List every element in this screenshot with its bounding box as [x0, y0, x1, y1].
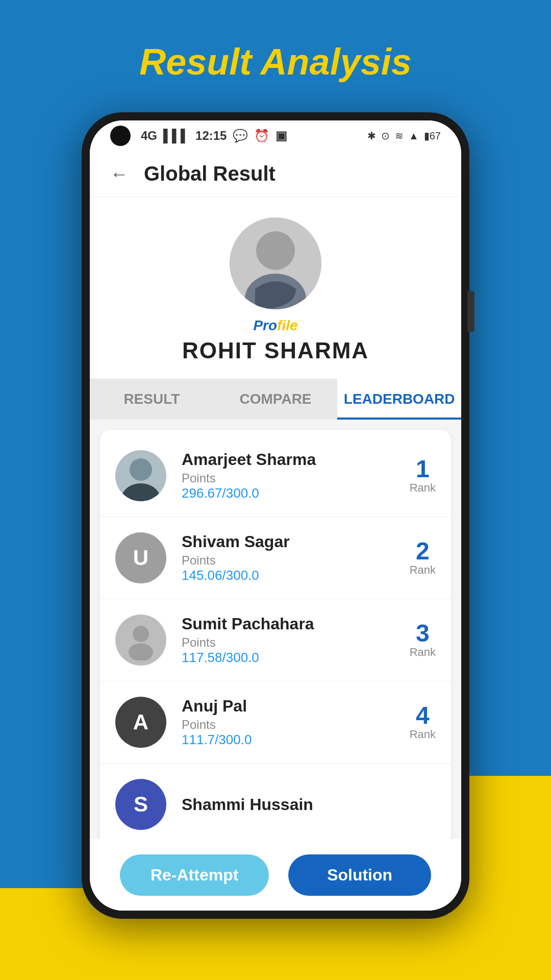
network-indicator: 4G [141, 129, 157, 143]
leaderboard-item: A Anuj Pal Points 111.7/300.0 4 Rank [100, 681, 451, 764]
leaderboard-avatar-4: A [115, 697, 166, 748]
side-button [467, 291, 474, 332]
page-title: Result Analysis [0, 41, 551, 83]
leaderboard-info-1: Amarjeet Sharma Points 296.67/300.0 [182, 450, 410, 501]
status-right: ✱ ⊙ ≋ ▲ ▮67 [367, 130, 441, 142]
leaderboard-points-value-3: 117.58/300.0 [182, 650, 410, 666]
leaderboard-name-5: Shammi Hussain [182, 795, 436, 814]
leaderboard-list: Amarjeet Sharma Points 296.67/300.0 1 Ra… [100, 430, 451, 850]
phone-outer: 4G ▌▌▌ 12:15 💬 ⏰ ▣ ✱ ⊙ ≋ ▲ ▮67 ← G [82, 112, 469, 919]
tab-result[interactable]: RESULT [90, 379, 214, 420]
app-bar-title: Global Result [144, 162, 276, 185]
battery-icon: ▮67 [424, 130, 441, 142]
leaderboard-rank-2: 2 Rank [410, 539, 436, 577]
leaderboard-points-label-3: Points [182, 635, 410, 650]
leaderboard-points-value-4: 111.7/300.0 [182, 732, 410, 748]
leaderboard-avatar-3 [115, 615, 166, 666]
camera-hole [110, 126, 131, 146]
extra-icon: ▣ [276, 129, 287, 143]
leaderboard-rank-3: 3 Rank [410, 621, 436, 659]
status-left: 4G ▌▌▌ 12:15 💬 ⏰ ▣ [110, 126, 287, 146]
svg-point-1 [256, 231, 295, 270]
svg-point-7 [129, 643, 153, 660]
solution-button[interactable]: Solution [288, 854, 431, 896]
leaderboard-points-label-1: Points [182, 471, 410, 485]
tabs-container: RESULT COMPARE LEADERBOARD [90, 379, 461, 420]
leaderboard-item: Sumit Pachahara Points 117.58/300.0 3 Ra… [100, 599, 451, 681]
leaderboard-points-value-1: 296.67/300.0 [182, 485, 410, 501]
leaderboard-points-label-4: Points [182, 718, 410, 732]
leaderboard-info-2: Shivam Sagar Points 145.06/300.0 [182, 532, 410, 583]
time-display: 12:15 [195, 129, 227, 143]
message-icon: 💬 [233, 129, 248, 143]
leaderboard-name-4: Anuj Pal [182, 697, 410, 716]
leaderboard-item: Amarjeet Sharma Points 296.67/300.0 1 Ra… [100, 435, 451, 517]
leaderboard-info-5: Shammi Hussain [182, 795, 436, 814]
profile-label-yellow: file [277, 317, 297, 333]
app-bar: ← Global Result [90, 151, 461, 197]
profile-name: ROHIT SHARMA [182, 338, 369, 363]
reattempt-button[interactable]: Re-Attempt [120, 854, 269, 896]
leaderboard-name-1: Amarjeet Sharma [182, 450, 410, 469]
leaderboard-name-2: Shivam Sagar [182, 532, 410, 551]
svg-point-6 [133, 626, 149, 642]
clock-icon: ⏰ [254, 129, 269, 143]
leaderboard-info-4: Anuj Pal Points 111.7/300.0 [182, 697, 410, 748]
phone-screen: 4G ▌▌▌ 12:15 💬 ⏰ ▣ ✱ ⊙ ≋ ▲ ▮67 ← G [90, 120, 461, 911]
back-button[interactable]: ← [110, 163, 129, 185]
leaderboard-info-3: Sumit Pachahara Points 117.58/300.0 [182, 615, 410, 666]
bottom-buttons: Re-Attempt Solution [90, 839, 461, 911]
profile-label-blue: Pro [253, 317, 277, 333]
signal-icon: ▌▌▌ [163, 129, 189, 143]
alarm-icon: ⊙ [381, 130, 390, 142]
leaderboard-rank-1: 1 Rank [410, 457, 436, 495]
status-bar: 4G ▌▌▌ 12:15 💬 ⏰ ▣ ✱ ⊙ ≋ ▲ ▮67 [90, 120, 461, 151]
profile-label: Profile [253, 317, 297, 334]
leaderboard-scroll-area[interactable]: Amarjeet Sharma Points 296.67/300.0 1 Ra… [90, 420, 461, 911]
tab-leaderboard[interactable]: LEADERBOARD [337, 379, 461, 420]
leaderboard-avatar-2: U [115, 532, 166, 583]
wifi-icon: ▲ [409, 130, 419, 142]
leaderboard-points-value-2: 145.06/300.0 [182, 568, 410, 583]
profile-avatar [230, 217, 321, 309]
bluetooth-icon: ✱ [367, 130, 376, 142]
phone-mockup: 4G ▌▌▌ 12:15 💬 ⏰ ▣ ✱ ⊙ ≋ ▲ ▮67 ← G [82, 112, 469, 919]
leaderboard-name-3: Sumit Pachahara [182, 615, 410, 633]
leaderboard-points-label-2: Points [182, 553, 410, 568]
profile-section: Profile ROHIT SHARMA [90, 197, 461, 379]
svg-point-4 [130, 458, 152, 481]
leaderboard-rank-4: 4 Rank [410, 703, 436, 741]
leaderboard-item: S Shammi Hussain [100, 764, 451, 845]
tab-compare[interactable]: COMPARE [214, 379, 338, 420]
leaderboard-avatar-5: S [115, 779, 166, 830]
leaderboard-avatar-1 [115, 450, 166, 501]
screen-content: Profile ROHIT SHARMA RESULT COMPARE LEAD… [90, 197, 461, 911]
leaderboard-item: U Shivam Sagar Points 145.06/300.0 2 Ran… [100, 517, 451, 599]
network-icon: ≋ [395, 130, 404, 142]
